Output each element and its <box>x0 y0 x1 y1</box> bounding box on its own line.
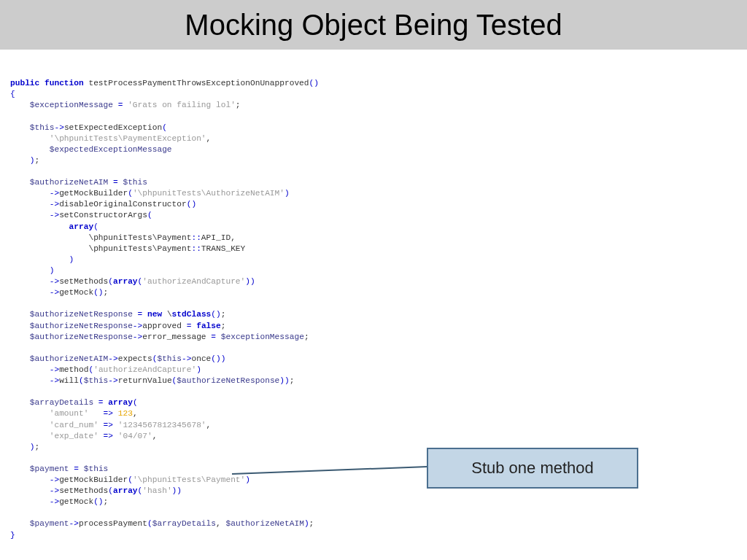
callout-label: Stub one method <box>471 459 594 478</box>
num: 123 <box>118 409 133 418</box>
str: 'amount' <box>50 409 104 418</box>
method: expects <box>118 354 152 363</box>
str: '\phpunitTests\Payment' <box>133 475 245 484</box>
kw-array: array <box>113 277 138 286</box>
paren: )) <box>279 376 289 385</box>
var: $authorizeNetAIM <box>30 354 108 363</box>
ns: \ <box>167 310 172 319</box>
kw-array: array <box>108 398 133 407</box>
semi: ; <box>221 322 226 330</box>
arrow: -> <box>50 211 59 219</box>
var: $this <box>84 464 109 473</box>
fn-name: testProcessPaymentThrowsExceptionOnUnapp… <box>88 79 309 88</box>
str: 'hash' <box>142 486 171 495</box>
method: processPayment <box>79 519 147 528</box>
paren: ) <box>30 156 35 165</box>
method: getMockBuilder <box>59 475 128 484</box>
callout-box: Stub one method <box>427 448 638 489</box>
op: => <box>104 421 118 429</box>
paren: () <box>93 497 103 506</box>
str: '1234567812345678' <box>118 421 206 429</box>
dbl-colon: :: <box>191 233 201 242</box>
method: disableOriginalConstructor <box>59 200 187 209</box>
semi: ; <box>104 497 109 506</box>
slide-title: Mocking Object Being Tested <box>185 9 562 42</box>
var: $authorizeNetResponse <box>177 376 279 385</box>
paren: () <box>211 310 220 319</box>
paren: () <box>93 288 103 297</box>
class-ref: \phpunitTests\Payment <box>88 233 191 242</box>
str: 'card_num' <box>50 421 104 429</box>
semi: ; <box>290 376 295 385</box>
parens: () <box>309 79 319 88</box>
semi: ; <box>35 443 40 451</box>
str: '04/07' <box>118 432 152 440</box>
paren: ) <box>285 189 290 198</box>
paren: ( <box>147 519 152 528</box>
paren: ) <box>196 365 201 374</box>
comma: , <box>152 432 158 440</box>
arrow: -> <box>54 123 63 132</box>
kw-false: false <box>196 322 221 330</box>
brace-open: { <box>10 90 15 98</box>
method: setExpectedException <box>64 123 162 132</box>
var: $this <box>84 376 109 385</box>
kw-array: array <box>113 486 138 495</box>
op: = <box>182 322 196 330</box>
paren: ) <box>69 255 74 264</box>
var: $authorizeNetResponse <box>30 310 133 319</box>
slide-header: Mocking Object Being Tested <box>0 0 747 50</box>
method: getMock <box>59 497 93 506</box>
method: will <box>59 376 79 385</box>
paren: ) <box>30 443 35 451</box>
op: = <box>69 464 84 473</box>
op: = <box>108 178 123 187</box>
paren: ( <box>128 189 133 198</box>
var: $this <box>30 123 55 132</box>
var: $exceptionMessage <box>221 332 304 341</box>
method: setConstructorArgs <box>59 211 147 219</box>
semi: ; <box>304 332 309 341</box>
paren: ( <box>79 376 84 385</box>
var: $payment <box>30 464 69 473</box>
arrow: -> <box>133 332 142 341</box>
prop: approved <box>142 322 182 330</box>
arrow: -> <box>50 486 59 495</box>
op: = <box>93 398 108 407</box>
method: setMethods <box>59 277 108 286</box>
op: = <box>206 332 221 341</box>
str: '\phpunitTests\AuthorizeNetAIM' <box>133 189 285 198</box>
arrow: -> <box>50 497 59 506</box>
op: => <box>104 432 118 440</box>
arrow: -> <box>182 354 191 363</box>
arrow: -> <box>50 277 59 286</box>
comma: , <box>216 519 225 528</box>
semi: ; <box>35 156 40 165</box>
class-ref: \phpunitTests\Payment <box>88 244 191 253</box>
paren: ( <box>108 277 113 286</box>
var: $this <box>157 354 182 363</box>
str: 'authorizeAndCapture' <box>93 365 196 374</box>
arrow: -> <box>50 365 59 374</box>
arrow: -> <box>133 322 142 330</box>
kw-array: array <box>69 222 94 231</box>
str: 'authorizeAndCapture' <box>142 277 245 286</box>
paren: )) <box>245 277 255 286</box>
method: method <box>59 365 88 374</box>
var: $arrayDetails <box>30 398 93 407</box>
semi: ; <box>221 310 226 319</box>
var: $authorizeNetResponse <box>30 332 133 341</box>
paren: () <box>187 200 196 209</box>
var: $payment <box>30 519 69 528</box>
paren: ( <box>162 123 167 132</box>
comma: , <box>133 409 138 418</box>
paren: ) <box>245 475 250 484</box>
var: $authorizeNetAIM <box>225 519 303 528</box>
const: TRANS_KEY <box>201 244 245 253</box>
kw-public-function: public function <box>10 79 88 88</box>
paren: ( <box>108 486 113 495</box>
op: => <box>104 409 118 418</box>
const: API_ID <box>201 233 231 242</box>
semi: ; <box>104 288 109 297</box>
prop: error_message <box>142 332 206 341</box>
